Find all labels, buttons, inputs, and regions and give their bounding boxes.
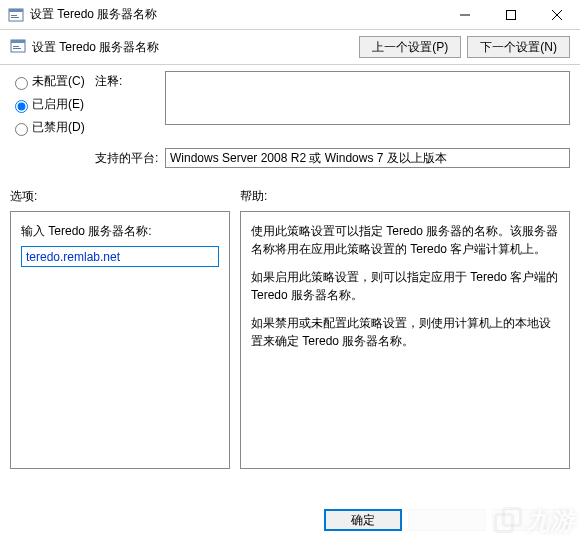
dialog-icon xyxy=(10,38,26,57)
radio-not-configured-input[interactable] xyxy=(15,77,28,90)
svg-rect-3 xyxy=(11,17,19,18)
svg-rect-1 xyxy=(9,9,23,12)
previous-setting-button[interactable]: 上一个设置(P) xyxy=(359,36,461,58)
maximize-button[interactable] xyxy=(488,0,534,29)
svg-rect-11 xyxy=(13,48,21,49)
radio-enabled[interactable]: 已启用(E) xyxy=(10,96,95,113)
window-title: 设置 Teredo 服务器名称 xyxy=(30,6,442,23)
radio-label: 已启用(E) xyxy=(32,96,84,113)
app-icon xyxy=(8,7,24,23)
help-label: 帮助: xyxy=(240,184,570,211)
cancel-button[interactable] xyxy=(408,509,486,531)
server-name-label: 输入 Teredo 服务器名称: xyxy=(21,222,219,240)
supported-platforms-field: Windows Server 2008 R2 或 Windows 7 及以上版本 xyxy=(165,148,570,168)
footer-buttons: 确定 xyxy=(324,509,570,531)
apply-button[interactable] xyxy=(492,509,570,531)
radio-disabled[interactable]: 已禁用(D) xyxy=(10,119,95,136)
svg-rect-9 xyxy=(11,40,25,43)
svg-rect-2 xyxy=(11,15,17,16)
header-bar: 设置 Teredo 服务器名称 上一个设置(P) 下一个设置(N) xyxy=(0,30,580,65)
radio-group: 未配置(C) 已启用(E) 已禁用(D) xyxy=(10,71,95,142)
minimize-button[interactable] xyxy=(442,0,488,29)
help-paragraph: 如果启用此策略设置，则可以指定应用于 Teredo 客户端的 Teredo 服务… xyxy=(251,268,559,304)
options-label: 选项: xyxy=(10,184,230,211)
close-button[interactable] xyxy=(534,0,580,29)
radio-not-configured[interactable]: 未配置(C) xyxy=(10,73,95,90)
help-panel: 使用此策略设置可以指定 Teredo 服务器的名称。该服务器名称将用在应用此策略… xyxy=(240,211,570,469)
options-panel: 输入 Teredo 服务器名称: xyxy=(10,211,230,469)
comment-label: 注释: xyxy=(95,71,165,90)
help-paragraph: 如果禁用或未配置此策略设置，则使用计算机上的本地设置来确定 Teredo 服务器… xyxy=(251,314,559,350)
next-setting-button[interactable]: 下一个设置(N) xyxy=(467,36,570,58)
supported-label: 支持的平台: xyxy=(95,148,165,167)
radio-enabled-input[interactable] xyxy=(15,100,28,113)
title-bar: 设置 Teredo 服务器名称 xyxy=(0,0,580,30)
server-name-input[interactable] xyxy=(21,246,219,267)
help-paragraph: 使用此策略设置可以指定 Teredo 服务器的名称。该服务器名称将用在应用此策略… xyxy=(251,222,559,258)
svg-rect-10 xyxy=(13,46,19,47)
dialog-title: 设置 Teredo 服务器名称 xyxy=(32,39,353,56)
radio-disabled-input[interactable] xyxy=(15,123,28,136)
comment-textarea[interactable] xyxy=(165,71,570,125)
svg-rect-5 xyxy=(507,10,516,19)
window-controls xyxy=(442,0,580,29)
radio-label: 已禁用(D) xyxy=(32,119,85,136)
radio-label: 未配置(C) xyxy=(32,73,85,90)
ok-button[interactable]: 确定 xyxy=(324,509,402,531)
